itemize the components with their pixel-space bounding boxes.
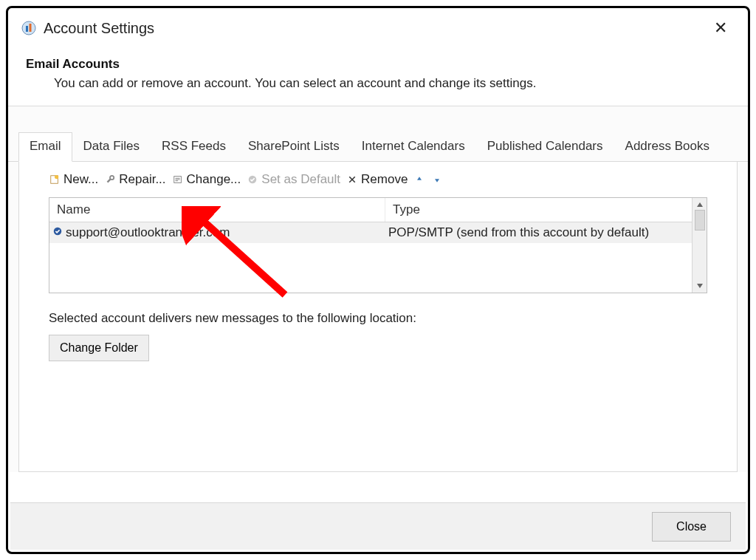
change-label: Change... bbox=[187, 172, 241, 187]
list-row[interactable]: support@outlooktransfer.com POP/SMTP (se… bbox=[49, 222, 692, 243]
move-up-button[interactable] bbox=[413, 174, 425, 185]
delivers-text: Selected account delivers new messages t… bbox=[19, 293, 737, 335]
new-label: New... bbox=[63, 172, 98, 187]
tab-internet-calendars[interactable]: Internet Calendars bbox=[351, 132, 476, 162]
row-name: support@outlooktransfer.com bbox=[66, 225, 230, 240]
check-circle-icon bbox=[247, 174, 258, 185]
app-icon bbox=[21, 21, 36, 35]
window-title: Account Settings bbox=[44, 20, 154, 37]
repair-label: Repair... bbox=[119, 172, 165, 187]
dialog-window: Account Settings ✕ Email Accounts You ca… bbox=[6, 6, 750, 554]
column-type[interactable]: Type bbox=[385, 198, 692, 222]
footer-bar: Close bbox=[10, 502, 746, 550]
tab-panel: New... Repair... Change... bbox=[18, 162, 738, 472]
list-header: Name Type bbox=[49, 198, 692, 222]
svg-point-0 bbox=[22, 21, 35, 35]
svg-point-5 bbox=[110, 176, 114, 180]
tab-address-books[interactable]: Address Books bbox=[614, 132, 721, 162]
tab-published-calendars[interactable]: Published Calendars bbox=[476, 132, 614, 162]
tab-bar: Email Data Files RSS Feeds SharePoint Li… bbox=[8, 106, 748, 162]
tab-data-files[interactable]: Data Files bbox=[72, 132, 151, 162]
scroll-up-icon[interactable] bbox=[695, 199, 705, 210]
tab-sharepoint-lists[interactable]: SharePoint Lists bbox=[237, 132, 351, 162]
section-heading: Email Accounts bbox=[8, 47, 748, 76]
row-type: POP/SMTP (send from this account by defa… bbox=[388, 225, 649, 240]
repair-button[interactable]: Repair... bbox=[104, 172, 165, 187]
accounts-list: Name Type support@outlooktransfer.com PO… bbox=[49, 197, 707, 293]
toolbar: New... Repair... Change... bbox=[19, 162, 737, 194]
change-icon bbox=[172, 174, 184, 185]
close-button[interactable]: Close bbox=[652, 512, 731, 542]
new-button[interactable]: New... bbox=[49, 172, 98, 187]
default-check-icon bbox=[52, 225, 63, 240]
section-subheading: You can add or remove an account. You ca… bbox=[8, 76, 748, 106]
set-default-button: Set as Default bbox=[247, 172, 340, 187]
new-icon bbox=[49, 174, 61, 185]
repair-icon bbox=[104, 174, 116, 185]
move-down-button[interactable] bbox=[431, 174, 443, 185]
title-bar: Account Settings ✕ bbox=[8, 8, 748, 47]
arrow-up-icon bbox=[413, 174, 425, 185]
tab-rss-feeds[interactable]: RSS Feeds bbox=[151, 132, 237, 162]
column-name[interactable]: Name bbox=[49, 198, 385, 222]
scrollbar[interactable] bbox=[692, 198, 707, 293]
remove-icon bbox=[346, 174, 358, 185]
set-default-label: Set as Default bbox=[261, 172, 340, 187]
tab-email[interactable]: Email bbox=[18, 132, 72, 162]
remove-button[interactable]: Remove bbox=[346, 172, 408, 187]
svg-point-4 bbox=[55, 175, 58, 179]
scroll-thumb[interactable] bbox=[695, 210, 705, 231]
change-button[interactable]: Change... bbox=[172, 172, 241, 187]
svg-rect-1 bbox=[26, 26, 28, 32]
arrow-down-icon bbox=[431, 174, 443, 185]
svg-rect-2 bbox=[30, 24, 32, 32]
scroll-down-icon[interactable] bbox=[695, 281, 705, 291]
remove-label: Remove bbox=[361, 172, 408, 187]
close-icon[interactable]: ✕ bbox=[707, 16, 735, 41]
change-folder-button[interactable]: Change Folder bbox=[49, 335, 149, 361]
